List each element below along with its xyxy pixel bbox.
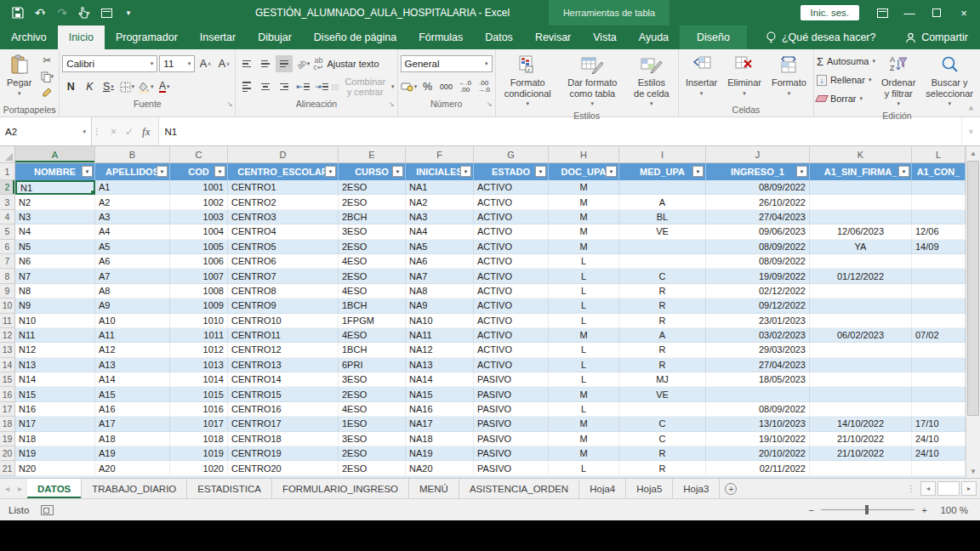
grid-cell-E5[interactable]: 3ESO — [339, 224, 406, 239]
grid-cell-B16[interactable]: A15 — [95, 387, 170, 401]
grid-cell-H21[interactable]: L — [549, 461, 619, 475]
grid-cell-L2[interactable] — [912, 180, 966, 195]
grid-cell-F5[interactable]: NA4 — [406, 224, 474, 239]
wrap-text-button[interactable]: abc↵ Ajustar texto — [313, 55, 379, 72]
grid-cell-D16[interactable]: CENTRO15 — [228, 387, 339, 401]
grid-cell-I6[interactable] — [619, 240, 706, 254]
grid-cell-D8[interactable]: CENTRO7 — [228, 269, 339, 283]
new-sheet-button[interactable]: + — [720, 479, 742, 498]
grid-cell-F11[interactable]: NA10 — [406, 314, 474, 328]
font-size-combo[interactable]: 11▾ — [159, 55, 195, 72]
table-column-header-iniciales[interactable]: INICIALES▼ — [406, 163, 474, 180]
grid-cell-A16[interactable]: N15 — [15, 387, 95, 401]
grid-cell-D19[interactable]: CENTRO18 — [228, 432, 339, 446]
table-column-header-apellidos[interactable]: APELLIDOS▼ — [95, 163, 170, 180]
grid-cell-H15[interactable]: L — [549, 372, 619, 387]
grid-cell-L3[interactable] — [912, 195, 966, 209]
grid-cell-L4[interactable] — [912, 210, 966, 224]
grid-cell-E20[interactable]: 2ESO — [339, 446, 406, 461]
grid-cell-A4[interactable]: N3 — [15, 210, 95, 224]
grid-cell-G17[interactable]: PASIVO — [474, 402, 549, 417]
grid-cell-D7[interactable]: CENTRO6 — [228, 254, 339, 269]
grid-cell-K9[interactable] — [810, 284, 912, 298]
grid-cell-A6[interactable]: N5 — [15, 240, 95, 254]
filter-dropdown-icon[interactable]: ▼ — [898, 166, 909, 177]
row-header-13[interactable]: 13 — [0, 343, 15, 357]
sheet-tab-asistencia_orden[interactable]: ASISTENCIA_ORDEN — [459, 479, 579, 498]
column-header-G[interactable]: G — [474, 146, 549, 162]
grid-cell-C21[interactable]: 1020 — [170, 461, 228, 475]
orientation-button[interactable]: ab▾ — [294, 55, 311, 72]
scroll-left-icon[interactable]: ◂ — [920, 481, 936, 496]
grid-cell-I3[interactable]: A — [619, 195, 706, 209]
clear-button[interactable]: Borrar▾ — [817, 90, 875, 107]
font-name-combo[interactable]: Calibri▾ — [62, 55, 157, 72]
grid-cell-D5[interactable]: CENTRO4 — [228, 224, 339, 239]
grid-cell-B10[interactable]: A9 — [95, 298, 170, 313]
collapse-ribbon-button[interactable]: ˄ — [969, 105, 973, 113]
confirm-entry-icon[interactable]: ✓ — [125, 126, 134, 138]
grid-cell-L11[interactable] — [912, 314, 966, 328]
grid-cell-G9[interactable]: ACTIVO — [474, 284, 549, 298]
row-header-4[interactable]: 4 — [0, 210, 15, 224]
row-header-7[interactable]: 7 — [0, 254, 15, 269]
grid-cell-L13[interactable] — [912, 343, 966, 357]
scroll-down-icon[interactable]: ▼ — [966, 464, 980, 478]
delete-cells-button[interactable]: Eliminar ▾ — [723, 51, 766, 99]
grid-cell-G10[interactable]: ACTIVO — [474, 298, 549, 313]
grid-cell-J3[interactable]: 26/10/2022 — [706, 195, 810, 209]
format-painter-button[interactable] — [37, 85, 56, 100]
grid-cell-K15[interactable] — [810, 372, 912, 387]
grid-cell-J18[interactable]: 13/10/2023 — [706, 417, 810, 431]
sort-filter-button[interactable]: AZ Ordenar y filtrar ▾ — [877, 51, 920, 111]
clipboard-dialog-launcher[interactable]: ↘ — [51, 106, 57, 114]
form-window-button[interactable] — [97, 3, 116, 22]
row-header-6[interactable]: 6 — [0, 240, 15, 254]
grid-cell-F15[interactable]: NA14 — [406, 372, 474, 387]
sheet-tab-menú[interactable]: MENÚ — [409, 479, 459, 498]
grid-cell-A15[interactable]: N14 — [15, 372, 95, 387]
grid-cell-B13[interactable]: A12 — [95, 343, 170, 357]
grid-cell-A9[interactable]: N8 — [15, 284, 95, 298]
grid-cell-E18[interactable]: 1ESO — [339, 417, 406, 431]
table-column-header-a1_con_[interactable]: A1_CON_ — [912, 163, 966, 180]
ribbon-tab-archivo[interactable]: Archivo — [0, 26, 58, 49]
grid-cell-H16[interactable]: M — [549, 387, 619, 401]
bold-button[interactable]: N — [62, 78, 79, 95]
row-header-20[interactable]: 20 — [0, 446, 15, 461]
align-bottom-button[interactable] — [276, 55, 293, 72]
grid-cell-F4[interactable]: NA3 — [406, 210, 474, 224]
grid-cell-K3[interactable] — [810, 195, 912, 209]
grid-cell-I4[interactable]: BL — [619, 210, 706, 224]
grid-cell-I18[interactable]: C — [619, 417, 706, 431]
comma-style-button[interactable]: 000 — [438, 78, 455, 95]
grid-cell-H3[interactable]: M — [549, 195, 619, 209]
grid-cell-F9[interactable]: NA8 — [406, 284, 474, 298]
grid-cell-A8[interactable]: N7 — [15, 269, 95, 283]
grid-cell-H8[interactable]: L — [549, 269, 619, 283]
ribbon-tab-inicio[interactable]: Inicio — [58, 26, 105, 49]
grid-cell-E6[interactable]: 2ESO — [339, 240, 406, 254]
grid-cell-K12[interactable]: 06/02/2023 — [810, 328, 912, 343]
grid-cell-D10[interactable]: CENTRO9 — [228, 298, 339, 313]
grid-cell-E2[interactable]: 2ESO — [339, 180, 406, 195]
number-dialog-launcher[interactable]: ↘ — [487, 100, 493, 108]
grid-cell-K6[interactable]: YA — [810, 240, 912, 254]
cell-styles-button[interactable]: Estilos de celda ▾ — [628, 51, 675, 111]
grid-cell-H6[interactable]: M — [549, 240, 619, 254]
grid-cell-K5[interactable]: 12/06/2023 — [810, 224, 912, 239]
redo-button[interactable]: ↷ — [53, 3, 71, 22]
grid-cell-C14[interactable]: 1013 — [170, 358, 228, 372]
grid-cell-F3[interactable]: NA2 — [406, 195, 474, 209]
format-as-table-button[interactable]: Dar formato como tabla ▾ — [559, 51, 626, 111]
grid-cell-D21[interactable]: CENTRO20 — [228, 461, 339, 475]
vertical-scrollbar[interactable]: ▲ ▼ — [966, 146, 980, 478]
grid-cell-G14[interactable]: ACTIVO — [474, 358, 549, 372]
grid-cell-E7[interactable]: 4ESO — [339, 254, 406, 269]
sheet-tab-hoja5[interactable]: Hoja5 — [626, 479, 673, 498]
grid-cell-I16[interactable]: VE — [619, 387, 706, 401]
grid-cell-D11[interactable]: CENTRO10 — [228, 314, 339, 328]
grid-cell-A20[interactable]: N19 — [15, 446, 95, 461]
grid-cell-C18[interactable]: 1017 — [170, 417, 228, 431]
grid-cell-K18[interactable]: 14/10/2022 — [810, 417, 912, 431]
